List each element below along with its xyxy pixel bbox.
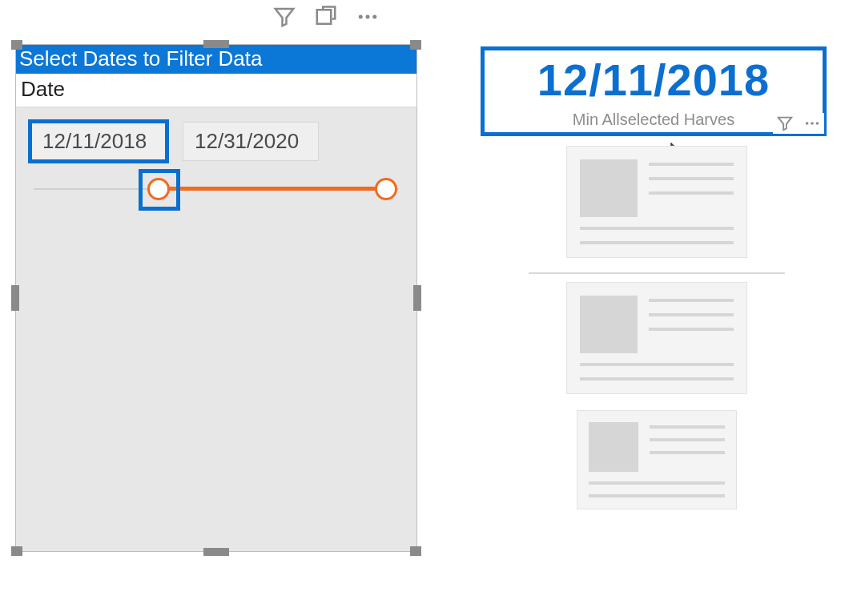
resize-handle[interactable] xyxy=(410,40,421,50)
page-thumbnail[interactable] xyxy=(529,274,785,402)
svg-point-6 xyxy=(816,122,819,125)
filter-icon[interactable] xyxy=(272,5,296,29)
resize-handle[interactable] xyxy=(413,285,421,311)
focus-mode-icon[interactable] xyxy=(314,5,338,29)
card-value: 12/11/2018 xyxy=(485,54,823,106)
date-range-slider[interactable] xyxy=(30,164,402,212)
start-date-input[interactable]: 12/11/2018 xyxy=(30,122,167,161)
resize-handle[interactable] xyxy=(11,40,22,50)
filter-icon[interactable] xyxy=(776,115,794,132)
svg-point-4 xyxy=(806,122,809,125)
resize-handle[interactable] xyxy=(203,548,229,556)
resize-handle[interactable] xyxy=(11,546,22,556)
card-visual[interactable]: 12/11/2018 Min Allselected Harves xyxy=(481,46,827,136)
highlight-annotation xyxy=(139,169,180,211)
slider-track xyxy=(159,187,386,191)
end-date-input[interactable]: 12/31/2020 xyxy=(183,122,319,161)
thumbnail-image-placeholder xyxy=(580,159,638,217)
svg-point-1 xyxy=(359,15,363,19)
thumbnail-image-placeholder xyxy=(580,296,638,353)
date-inputs: 12/11/2018 12/31/2020 xyxy=(16,107,416,161)
resize-handle[interactable] xyxy=(410,546,421,556)
resize-handle[interactable] xyxy=(11,285,19,311)
card-toolbar xyxy=(773,113,824,134)
date-slicer-visual[interactable]: Select Dates to Filter Data Date 12/11/2… xyxy=(15,44,417,552)
page-thumbnail[interactable] xyxy=(529,138,785,274)
slicer-title: Select Dates to Filter Data xyxy=(16,45,416,74)
slicer-field-label: Date xyxy=(16,74,416,107)
svg-point-2 xyxy=(366,15,370,19)
card-label: Min Allselected Harves xyxy=(485,111,823,129)
page-thumbnail[interactable] xyxy=(529,402,785,517)
slider-thumb-end[interactable] xyxy=(375,178,397,200)
more-options-icon[interactable] xyxy=(356,5,380,29)
slicer-toolbar xyxy=(272,5,380,29)
svg-point-3 xyxy=(372,15,376,19)
thumbnail-image-placeholder xyxy=(589,422,638,472)
more-options-icon[interactable] xyxy=(803,115,821,132)
page-thumbnails-pane xyxy=(529,138,785,517)
resize-handle[interactable] xyxy=(203,40,229,48)
svg-rect-0 xyxy=(317,10,332,24)
svg-point-5 xyxy=(811,122,814,125)
